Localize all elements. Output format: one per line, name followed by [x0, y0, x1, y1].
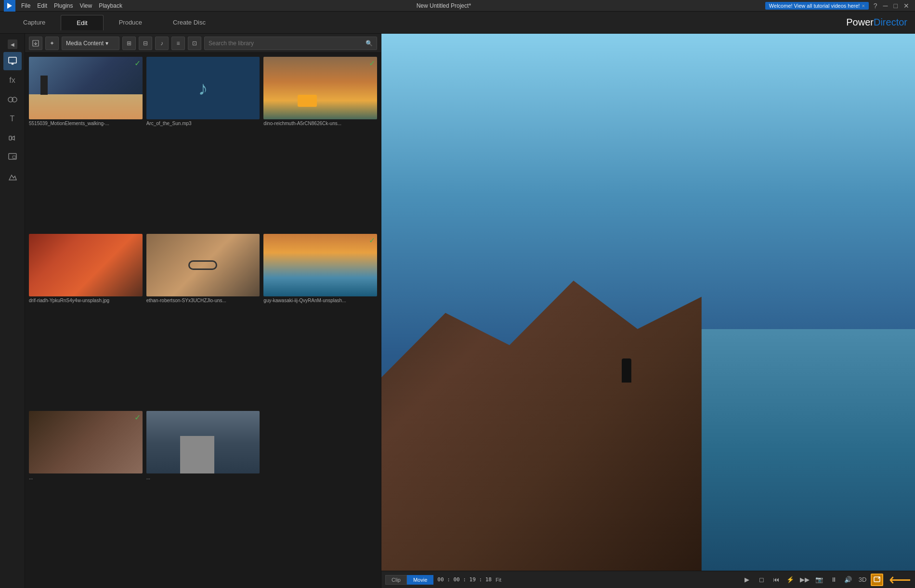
preview-frame — [381, 34, 915, 571]
app-brand: PowerDirector — [846, 17, 907, 28]
import-btn[interactable] — [29, 37, 42, 50]
check-mark: ✓ — [134, 59, 141, 68]
list-item[interactable]: ... — [146, 411, 260, 584]
tab-produce[interactable]: Produce — [104, 15, 157, 30]
sidebar-collapse-btn[interactable]: ◀ — [8, 39, 17, 49]
check-mark: ✓ — [134, 413, 141, 422]
sidebar-item-motion[interactable] — [3, 167, 22, 186]
music-icon: ♪ — [146, 57, 260, 119]
media-thumb: ✓ — [29, 57, 143, 119]
svg-rect-1 — [9, 57, 16, 63]
prev-frame-btn[interactable]: ⏮ — [770, 574, 782, 586]
fullscreen-btn[interactable] — [871, 574, 883, 586]
snapshot-btn[interactable]: 📷 — [813, 574, 825, 586]
menu-edit[interactable]: Edit — [37, 2, 47, 9]
view-sort-btn[interactable]: ≡ — [171, 37, 185, 50]
left-sidebar: ◀ fx T — [0, 34, 25, 588]
dropdown-arrow-icon: ▾ — [105, 40, 108, 47]
main-content: ◀ fx T ✦ Media Content ▾ ⊞ — [0, 34, 915, 588]
media-thumb — [29, 234, 143, 296]
view-music-btn[interactable]: ♪ — [155, 37, 169, 50]
media-label: 5515039_MotionElements_walking-... — [29, 121, 143, 126]
tutorial-close[interactable]: × — [862, 3, 864, 9]
media-label: drif-riadh-YpkuRnS4y4w-unsplash.jpg — [29, 298, 143, 303]
menu-bar: File Edit Plugins View Playback New Unti… — [0, 0, 915, 12]
search-input[interactable] — [209, 40, 364, 47]
media-thumb: ✓ — [29, 411, 143, 473]
check-mark: ✓ — [369, 236, 375, 245]
preview-controls-bar: Clip Movie 00 : 00 : 19 : 18 Fit ▶ ◻ ⏮ ⚡… — [381, 571, 915, 588]
tab-capture[interactable]: Capture — [8, 15, 61, 30]
maximize-btn[interactable]: □ — [892, 2, 900, 10]
tutorial-banner[interactable]: Welcome! View all tutorial videos here! … — [765, 2, 869, 10]
list-item[interactable]: ✓ 5515039_MotionElements_walking-... — [29, 57, 143, 230]
content-type-dropdown[interactable]: Media Content ▾ — [62, 37, 119, 50]
list-item[interactable]: ethan-robertson-SYx3UCHZJlo-uns... — [146, 234, 260, 407]
tab-edit[interactable]: Edit — [61, 15, 103, 30]
list-item[interactable]: ✓ ... — [29, 411, 143, 584]
menu-file[interactable]: File — [21, 2, 30, 9]
close-btn[interactable]: ✕ — [902, 2, 911, 10]
menu-plugins[interactable]: Plugins — [54, 2, 73, 9]
window-controls: ? ─ □ ✕ — [872, 2, 911, 10]
media-label: guy-kawasaki-iij-QvyRAnM-unsplash... — [263, 298, 377, 303]
mode-tabs: Capture Edit Produce Create Disc PowerDi… — [0, 12, 915, 34]
menu-playback[interactable]: Playback — [99, 2, 122, 9]
sidebar-item-fx[interactable]: fx — [3, 71, 22, 89]
search-icon: 🔍 — [366, 40, 373, 47]
sidebar-item-transitions[interactable] — [3, 90, 22, 109]
menu-view[interactable]: View — [79, 2, 92, 9]
media-panel: ✦ Media Content ▾ ⊞ ⊟ ♪ ≡ ⊡ 🔍 — [25, 34, 381, 588]
media-grid: ✓ 5515039_MotionElements_walking-... ♪ A… — [25, 53, 381, 588]
preview-scene — [381, 34, 915, 571]
svg-marker-0 — [7, 3, 12, 9]
app-icon — [4, 0, 15, 12]
minimize-btn[interactable]: ─ — [881, 2, 890, 10]
list-item[interactable]: ♪ Arc_of_the_Sun.mp3 — [146, 57, 260, 230]
media-label: ... — [29, 475, 143, 480]
list-item[interactable]: drif-riadh-YpkuRnS4y4w-unsplash.jpg — [29, 234, 143, 407]
preview-figure — [622, 358, 631, 383]
clip-movie-tabs: Clip Movie — [385, 575, 433, 585]
sidebar-item-pip[interactable] — [3, 148, 22, 166]
movie-tab[interactable]: Movie — [407, 575, 433, 585]
media-thumb: ♪ — [146, 57, 260, 119]
timecode: 00 : 00 : 19 : 18 — [437, 576, 492, 583]
tab-create-disc[interactable]: Create Disc — [157, 15, 221, 30]
help-btn[interactable]: ? — [872, 2, 879, 10]
pause-btn[interactable]: ⏸ — [827, 574, 840, 586]
media-thumb: ✓ — [263, 57, 377, 119]
media-label: dino-reichmuth-A5rCN8626Ck-uns... — [263, 121, 377, 126]
media-thumb — [146, 411, 260, 473]
3d-btn[interactable]: 3D — [856, 574, 869, 586]
preview-video — [381, 34, 915, 571]
play-btn[interactable]: ▶ — [741, 574, 753, 586]
media-label: ethan-robertson-SYx3UCHZJlo-uns... — [146, 298, 260, 303]
svg-rect-8 — [13, 156, 16, 158]
split-btn[interactable]: ⚡ — [784, 574, 797, 586]
search-box: 🔍 — [204, 37, 377, 50]
volume-btn[interactable]: 🔊 — [842, 574, 854, 586]
window-title: New Untitled Project* — [128, 2, 759, 9]
stop-btn[interactable]: ◻ — [755, 574, 768, 586]
next-frame-btn[interactable]: ▶▶ — [798, 574, 811, 586]
list-item[interactable]: ✓ dino-reichmuth-A5rCN8626Ck-uns... — [263, 57, 377, 230]
view-large-btn[interactable]: ⊟ — [139, 37, 152, 50]
sidebar-item-audio[interactable] — [3, 129, 22, 147]
right-controls: Welcome! View all tutorial videos here! … — [765, 2, 911, 10]
preview-panel: Clip Movie 00 : 00 : 19 : 18 Fit ▶ ◻ ⏮ ⚡… — [381, 34, 915, 588]
sidebar-item-media[interactable] — [3, 52, 22, 70]
view-grid-btn[interactable]: ⊞ — [122, 37, 136, 50]
arrow-indicator: ⟵ — [889, 571, 911, 588]
clip-tab[interactable]: Clip — [385, 575, 407, 585]
list-item[interactable]: ✓ guy-kawasaki-iij-QvyRAnM-unsplash... — [263, 234, 377, 407]
preview-rocks — [381, 248, 702, 571]
dropdown-value: Media Content — [66, 40, 104, 47]
check-mark: ✓ — [369, 59, 375, 68]
menu-items: File Edit Plugins View Playback — [21, 2, 122, 9]
media-label: ... — [146, 475, 260, 480]
magic-btn[interactable]: ✦ — [45, 37, 59, 50]
sidebar-item-titles[interactable]: T — [3, 110, 22, 128]
view-filter-btn[interactable]: ⊡ — [188, 37, 201, 50]
media-thumb — [146, 234, 260, 296]
